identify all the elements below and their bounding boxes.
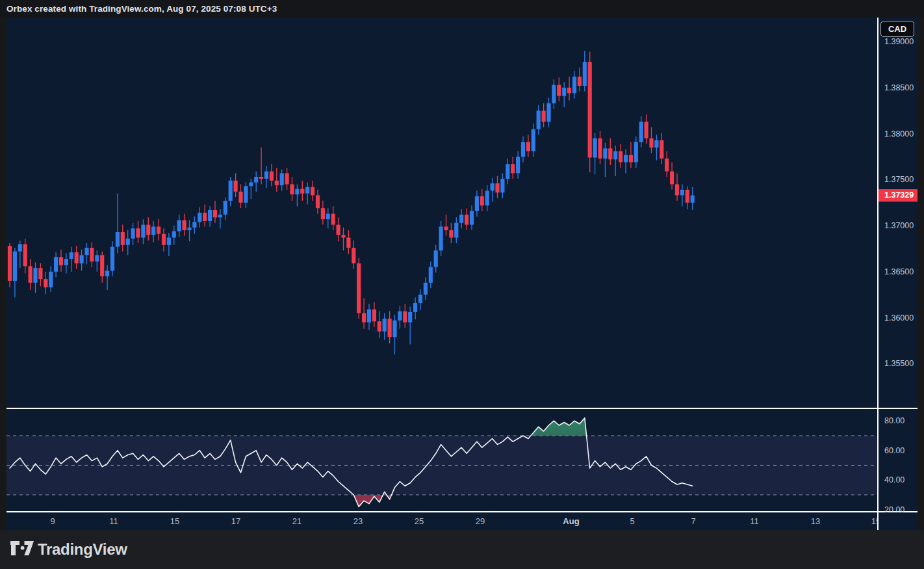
chart-frame: 911151721232529Aug57111315 CAD 1.37329 1… [6, 18, 918, 530]
rsi-tick-label: 20.00 [884, 505, 905, 514]
chart-attribution-text: Orbex created with TradingView.com, Aug … [6, 4, 277, 14]
tradingview-logo-icon[interactable] [10, 541, 34, 559]
footer-bar: TradingView [0, 530, 924, 569]
currency-badge[interactable]: CAD [880, 21, 914, 37]
tradingview-brand-text[interactable]: TradingView [38, 540, 127, 559]
chart-attribution-bar: Orbex created with TradingView.com, Aug … [0, 0, 924, 18]
price-tick-label: 1.39000 [884, 37, 914, 46]
price-tick-label: 1.38500 [884, 83, 914, 92]
rsi-tick-label: 40.00 [884, 475, 905, 484]
last-price-tag: 1.37329 [879, 189, 918, 202]
price-tick-label: 1.36000 [884, 313, 914, 323]
time-tick-label: 11 [109, 516, 118, 526]
price-axis[interactable]: CAD 1.37329 1.390001.385001.380001.37500… [879, 18, 918, 530]
rsi-tick-label: 60.00 [884, 446, 905, 455]
price-tick-label: 1.38000 [884, 129, 914, 139]
time-tick-label: 9 [50, 516, 55, 526]
time-tick-label: 15 [170, 516, 179, 526]
time-tick-label: 23 [353, 516, 363, 526]
time-tick-label: 29 [476, 516, 485, 526]
time-tick-label: 11 [750, 516, 759, 526]
time-tick-label: 13 [811, 516, 820, 526]
price-tick-label: 1.37500 [884, 175, 914, 184]
time-tick-label: 7 [691, 516, 695, 526]
rsi-indicator-pane[interactable] [6, 409, 877, 511]
tradingview-chart-window: Orbex created with TradingView.com, Aug … [0, 0, 924, 569]
time-tick-label: 21 [292, 516, 302, 526]
time-axis[interactable]: 911151721232529Aug57111315 [6, 512, 877, 530]
time-tick-label: 25 [415, 516, 424, 526]
price-tick-label: 1.37000 [884, 221, 914, 230]
price-tick-label: 1.36500 [884, 267, 914, 276]
time-tick-label: Aug [563, 516, 579, 526]
price-pane-candlesticks[interactable] [6, 18, 877, 408]
time-tick-label: 15 [871, 516, 877, 526]
price-tick-label: 1.35500 [884, 359, 914, 368]
time-tick-label: 5 [630, 516, 634, 526]
time-tick-label: 17 [231, 516, 240, 526]
rsi-tick-label: 80.00 [884, 416, 905, 425]
